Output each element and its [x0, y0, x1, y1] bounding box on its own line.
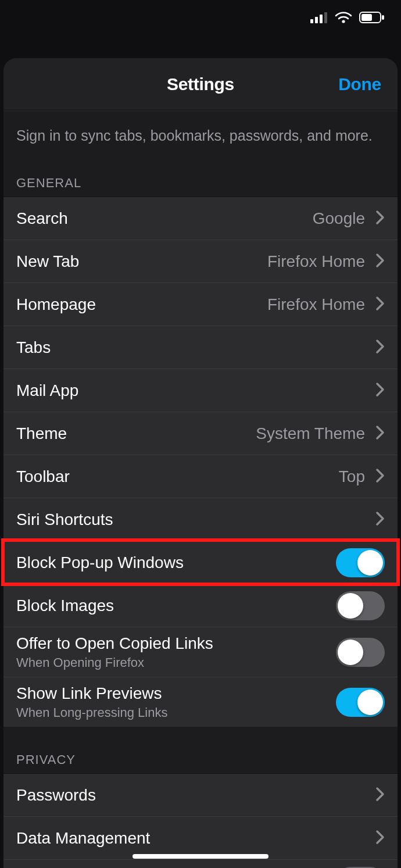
section-heading-general: GENERAL — [3, 150, 398, 197]
row-label: Show Link Previews — [16, 684, 167, 703]
settings-panel: Settings Done Sign in to sync tabs, book… — [3, 58, 398, 868]
row-theme[interactable]: Theme System Theme — [3, 412, 398, 455]
chevron-right-icon — [375, 511, 385, 528]
row-label: Offer to Open Copied Links — [16, 634, 213, 653]
row-label: Theme — [16, 424, 67, 443]
svg-rect-7 — [382, 15, 384, 20]
svg-rect-2 — [320, 15, 323, 23]
chevron-right-icon — [375, 382, 385, 399]
sync-note: Sign in to sync tabs, bookmarks, passwor… — [3, 110, 398, 150]
toggle-block-popups[interactable] — [336, 548, 385, 577]
chevron-right-icon — [375, 787, 385, 804]
done-button[interactable]: Done — [338, 74, 381, 94]
home-indicator[interactable] — [133, 854, 268, 859]
row-block-popups[interactable]: Block Pop-up Windows — [3, 541, 398, 584]
page-title: Settings — [167, 74, 234, 94]
row-value: Google — [313, 209, 365, 228]
section-heading-privacy: PRIVACY — [3, 727, 398, 773]
row-siri-shortcuts[interactable]: Siri Shortcuts — [3, 498, 398, 541]
row-toolbar[interactable]: Toolbar Top — [3, 455, 398, 498]
row-label: Mail App — [16, 381, 78, 400]
row-block-images[interactable]: Block Images — [3, 584, 398, 627]
row-label: Homepage — [16, 295, 96, 314]
row-subtext: When Long-pressing Links — [16, 705, 167, 720]
chevron-right-icon — [375, 425, 385, 442]
chevron-right-icon — [375, 253, 385, 270]
row-label: Passwords — [16, 786, 96, 805]
row-label: New Tab — [16, 252, 79, 271]
chevron-right-icon — [375, 296, 385, 313]
cellular-signal-icon — [310, 12, 328, 23]
row-label: Siri Shortcuts — [16, 510, 113, 529]
row-value: Top — [339, 467, 365, 486]
row-search[interactable]: Search Google — [3, 197, 398, 240]
row-subtext: When Opening Firefox — [16, 655, 213, 670]
toggle-link-previews[interactable] — [336, 688, 385, 717]
toggle-copied-links[interactable] — [336, 638, 385, 667]
toggle-block-images[interactable] — [336, 591, 385, 620]
row-new-tab[interactable]: New Tab Firefox Home — [3, 240, 398, 283]
row-data-management[interactable]: Data Management — [3, 816, 398, 859]
row-value: Firefox Home — [267, 252, 365, 271]
row-homepage[interactable]: Homepage Firefox Home — [3, 283, 398, 326]
title-bar: Settings Done — [3, 58, 398, 110]
svg-rect-0 — [310, 19, 313, 23]
wifi-icon — [335, 11, 352, 24]
chevron-right-icon — [375, 830, 385, 847]
battery-icon — [359, 11, 385, 24]
row-passwords[interactable]: Passwords — [3, 773, 398, 816]
chevron-right-icon — [375, 339, 385, 356]
row-link-previews[interactable]: Show Link Previews When Long-pressing Li… — [3, 677, 398, 727]
svg-rect-1 — [315, 17, 318, 23]
status-bar — [0, 0, 401, 35]
chevron-right-icon — [375, 468, 385, 485]
chevron-right-icon — [375, 210, 385, 227]
row-value: System Theme — [256, 424, 365, 443]
row-tabs[interactable]: Tabs — [3, 326, 398, 369]
row-label: Block Pop-up Windows — [16, 553, 184, 572]
settings-list[interactable]: Sign in to sync tabs, bookmarks, passwor… — [3, 110, 398, 868]
svg-point-4 — [342, 20, 345, 23]
row-label: Toolbar — [16, 467, 70, 486]
row-label: Tabs — [16, 338, 51, 357]
row-label: Search — [16, 209, 68, 228]
row-label: Data Management — [16, 829, 150, 848]
row-mail-app[interactable]: Mail App — [3, 369, 398, 412]
svg-rect-3 — [324, 12, 327, 23]
row-copied-links[interactable]: Offer to Open Copied Links When Opening … — [3, 627, 398, 677]
row-label: Block Images — [16, 596, 114, 615]
row-value: Firefox Home — [267, 295, 365, 314]
row-close-private-tabs[interactable]: Close Private Tabs — [3, 859, 398, 868]
svg-rect-6 — [361, 14, 372, 21]
